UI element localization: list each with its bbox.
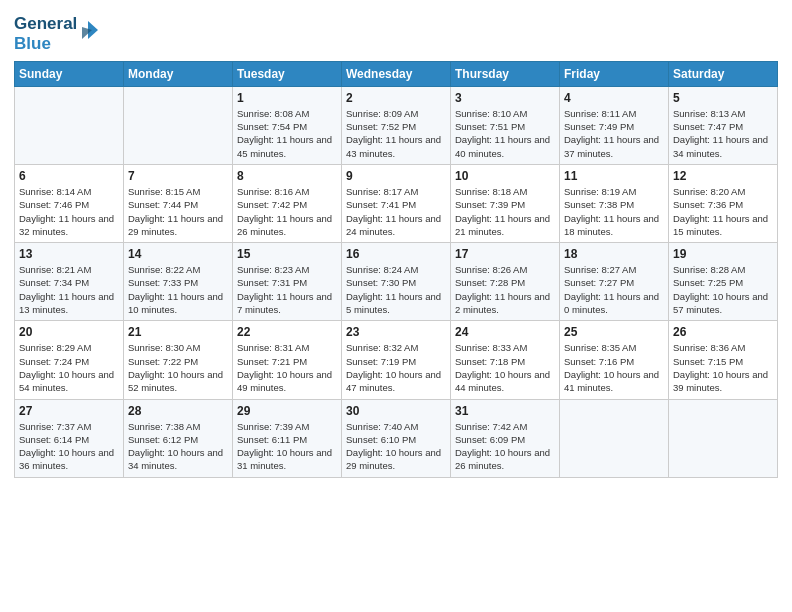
day-info: Sunrise: 7:39 AM Sunset: 6:11 PM Dayligh… xyxy=(237,420,337,473)
weekday-header-monday: Monday xyxy=(124,61,233,86)
day-info: Sunrise: 8:21 AM Sunset: 7:34 PM Dayligh… xyxy=(19,263,119,316)
day-number: 23 xyxy=(346,325,446,339)
day-number: 7 xyxy=(128,169,228,183)
calendar-cell: 8Sunrise: 8:16 AM Sunset: 7:42 PM Daylig… xyxy=(233,164,342,242)
calendar-cell: 14Sunrise: 8:22 AM Sunset: 7:33 PM Dayli… xyxy=(124,243,233,321)
day-info: Sunrise: 8:24 AM Sunset: 7:30 PM Dayligh… xyxy=(346,263,446,316)
day-info: Sunrise: 8:17 AM Sunset: 7:41 PM Dayligh… xyxy=(346,185,446,238)
day-info: Sunrise: 8:13 AM Sunset: 7:47 PM Dayligh… xyxy=(673,107,773,160)
day-number: 27 xyxy=(19,404,119,418)
day-info: Sunrise: 8:23 AM Sunset: 7:31 PM Dayligh… xyxy=(237,263,337,316)
day-info: Sunrise: 8:16 AM Sunset: 7:42 PM Dayligh… xyxy=(237,185,337,238)
calendar-table: SundayMondayTuesdayWednesdayThursdayFrid… xyxy=(14,61,778,478)
calendar-cell xyxy=(124,86,233,164)
day-number: 19 xyxy=(673,247,773,261)
day-info: Sunrise: 8:27 AM Sunset: 7:27 PM Dayligh… xyxy=(564,263,664,316)
calendar-cell: 20Sunrise: 8:29 AM Sunset: 7:24 PM Dayli… xyxy=(15,321,124,399)
day-number: 25 xyxy=(564,325,664,339)
day-number: 16 xyxy=(346,247,446,261)
day-info: Sunrise: 8:10 AM Sunset: 7:51 PM Dayligh… xyxy=(455,107,555,160)
day-number: 3 xyxy=(455,91,555,105)
calendar-cell: 3Sunrise: 8:10 AM Sunset: 7:51 PM Daylig… xyxy=(451,86,560,164)
page-container: GeneralBlue SundayMondayTuesdayWednesday… xyxy=(0,0,792,488)
calendar-week-4: 20Sunrise: 8:29 AM Sunset: 7:24 PM Dayli… xyxy=(15,321,778,399)
day-number: 13 xyxy=(19,247,119,261)
day-number: 31 xyxy=(455,404,555,418)
weekday-header-sunday: Sunday xyxy=(15,61,124,86)
day-info: Sunrise: 8:22 AM Sunset: 7:33 PM Dayligh… xyxy=(128,263,228,316)
calendar-cell: 29Sunrise: 7:39 AM Sunset: 6:11 PM Dayli… xyxy=(233,399,342,477)
day-number: 30 xyxy=(346,404,446,418)
calendar-week-1: 1Sunrise: 8:08 AM Sunset: 7:54 PM Daylig… xyxy=(15,86,778,164)
day-info: Sunrise: 7:40 AM Sunset: 6:10 PM Dayligh… xyxy=(346,420,446,473)
day-number: 5 xyxy=(673,91,773,105)
day-info: Sunrise: 8:35 AM Sunset: 7:16 PM Dayligh… xyxy=(564,341,664,394)
day-info: Sunrise: 8:32 AM Sunset: 7:19 PM Dayligh… xyxy=(346,341,446,394)
calendar-week-5: 27Sunrise: 7:37 AM Sunset: 6:14 PM Dayli… xyxy=(15,399,778,477)
calendar-cell: 31Sunrise: 7:42 AM Sunset: 6:09 PM Dayli… xyxy=(451,399,560,477)
logo: GeneralBlue xyxy=(14,14,102,55)
calendar-cell: 19Sunrise: 8:28 AM Sunset: 7:25 PM Dayli… xyxy=(669,243,778,321)
day-number: 22 xyxy=(237,325,337,339)
calendar-cell: 4Sunrise: 8:11 AM Sunset: 7:49 PM Daylig… xyxy=(560,86,669,164)
calendar-cell: 23Sunrise: 8:32 AM Sunset: 7:19 PM Dayli… xyxy=(342,321,451,399)
day-number: 14 xyxy=(128,247,228,261)
day-number: 6 xyxy=(19,169,119,183)
calendar-cell: 5Sunrise: 8:13 AM Sunset: 7:47 PM Daylig… xyxy=(669,86,778,164)
day-info: Sunrise: 8:20 AM Sunset: 7:36 PM Dayligh… xyxy=(673,185,773,238)
calendar-cell: 13Sunrise: 8:21 AM Sunset: 7:34 PM Dayli… xyxy=(15,243,124,321)
header: GeneralBlue xyxy=(14,10,778,55)
day-number: 2 xyxy=(346,91,446,105)
calendar-cell: 11Sunrise: 8:19 AM Sunset: 7:38 PM Dayli… xyxy=(560,164,669,242)
day-number: 28 xyxy=(128,404,228,418)
calendar-cell: 28Sunrise: 7:38 AM Sunset: 6:12 PM Dayli… xyxy=(124,399,233,477)
day-number: 8 xyxy=(237,169,337,183)
weekday-header-saturday: Saturday xyxy=(669,61,778,86)
day-info: Sunrise: 8:14 AM Sunset: 7:46 PM Dayligh… xyxy=(19,185,119,238)
day-info: Sunrise: 8:31 AM Sunset: 7:21 PM Dayligh… xyxy=(237,341,337,394)
calendar-week-2: 6Sunrise: 8:14 AM Sunset: 7:46 PM Daylig… xyxy=(15,164,778,242)
day-number: 15 xyxy=(237,247,337,261)
weekday-header-thursday: Thursday xyxy=(451,61,560,86)
calendar-cell: 1Sunrise: 8:08 AM Sunset: 7:54 PM Daylig… xyxy=(233,86,342,164)
calendar-cell: 6Sunrise: 8:14 AM Sunset: 7:46 PM Daylig… xyxy=(15,164,124,242)
day-number: 1 xyxy=(237,91,337,105)
calendar-cell: 25Sunrise: 8:35 AM Sunset: 7:16 PM Dayli… xyxy=(560,321,669,399)
calendar-cell: 2Sunrise: 8:09 AM Sunset: 7:52 PM Daylig… xyxy=(342,86,451,164)
day-number: 11 xyxy=(564,169,664,183)
calendar-cell xyxy=(560,399,669,477)
calendar-cell xyxy=(15,86,124,164)
calendar-cell: 21Sunrise: 8:30 AM Sunset: 7:22 PM Dayli… xyxy=(124,321,233,399)
calendar-cell: 27Sunrise: 7:37 AM Sunset: 6:14 PM Dayli… xyxy=(15,399,124,477)
day-number: 12 xyxy=(673,169,773,183)
day-number: 10 xyxy=(455,169,555,183)
calendar-cell: 17Sunrise: 8:26 AM Sunset: 7:28 PM Dayli… xyxy=(451,243,560,321)
day-number: 26 xyxy=(673,325,773,339)
calendar-cell: 10Sunrise: 8:18 AM Sunset: 7:39 PM Dayli… xyxy=(451,164,560,242)
day-info: Sunrise: 8:28 AM Sunset: 7:25 PM Dayligh… xyxy=(673,263,773,316)
weekday-header-wednesday: Wednesday xyxy=(342,61,451,86)
calendar-cell: 26Sunrise: 8:36 AM Sunset: 7:15 PM Dayli… xyxy=(669,321,778,399)
calendar-week-3: 13Sunrise: 8:21 AM Sunset: 7:34 PM Dayli… xyxy=(15,243,778,321)
day-info: Sunrise: 8:29 AM Sunset: 7:24 PM Dayligh… xyxy=(19,341,119,394)
logo-area: GeneralBlue xyxy=(14,10,102,55)
day-number: 4 xyxy=(564,91,664,105)
day-number: 9 xyxy=(346,169,446,183)
calendar-cell: 24Sunrise: 8:33 AM Sunset: 7:18 PM Dayli… xyxy=(451,321,560,399)
day-info: Sunrise: 8:26 AM Sunset: 7:28 PM Dayligh… xyxy=(455,263,555,316)
day-info: Sunrise: 7:38 AM Sunset: 6:12 PM Dayligh… xyxy=(128,420,228,473)
day-info: Sunrise: 8:08 AM Sunset: 7:54 PM Dayligh… xyxy=(237,107,337,160)
calendar-cell: 12Sunrise: 8:20 AM Sunset: 7:36 PM Dayli… xyxy=(669,164,778,242)
calendar-cell: 7Sunrise: 8:15 AM Sunset: 7:44 PM Daylig… xyxy=(124,164,233,242)
calendar-cell: 18Sunrise: 8:27 AM Sunset: 7:27 PM Dayli… xyxy=(560,243,669,321)
day-info: Sunrise: 8:30 AM Sunset: 7:22 PM Dayligh… xyxy=(128,341,228,394)
day-number: 29 xyxy=(237,404,337,418)
day-number: 21 xyxy=(128,325,228,339)
calendar-cell: 15Sunrise: 8:23 AM Sunset: 7:31 PM Dayli… xyxy=(233,243,342,321)
day-info: Sunrise: 8:15 AM Sunset: 7:44 PM Dayligh… xyxy=(128,185,228,238)
calendar-cell xyxy=(669,399,778,477)
day-info: Sunrise: 8:18 AM Sunset: 7:39 PM Dayligh… xyxy=(455,185,555,238)
day-info: Sunrise: 8:33 AM Sunset: 7:18 PM Dayligh… xyxy=(455,341,555,394)
day-info: Sunrise: 8:09 AM Sunset: 7:52 PM Dayligh… xyxy=(346,107,446,160)
day-info: Sunrise: 8:36 AM Sunset: 7:15 PM Dayligh… xyxy=(673,341,773,394)
